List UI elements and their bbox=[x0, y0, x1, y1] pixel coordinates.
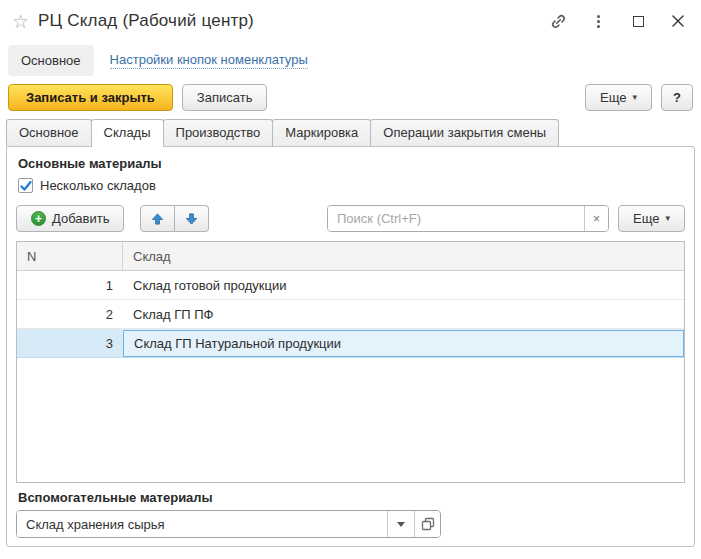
warehouses-table: N Склад 1 Склад готовой продукции 2 Скла… bbox=[16, 241, 685, 483]
chevron-down-icon: ▾ bbox=[665, 214, 670, 223]
checkbox-label: Несколько складов bbox=[40, 178, 156, 193]
combo-dropdown-button[interactable] bbox=[387, 511, 414, 537]
add-button[interactable]: + Добавить bbox=[16, 205, 124, 232]
nav-item-main[interactable]: Основное bbox=[8, 45, 94, 76]
tab-markirovka[interactable]: Маркировка bbox=[272, 119, 371, 146]
multiple-warehouses-checkbox[interactable]: Несколько складов bbox=[18, 178, 685, 193]
kebab-menu-icon[interactable] bbox=[589, 12, 607, 30]
tab-operacii-zakrytiya-smeny[interactable]: Операции закрытия смены bbox=[370, 119, 559, 146]
tab-content-panel: Основные материалы Несколько складов + Д… bbox=[6, 146, 695, 547]
chevron-down-icon: ▾ bbox=[632, 93, 637, 102]
aux-warehouse-combo bbox=[16, 510, 441, 538]
form-window: ☆ РЦ Склад (Рабочий центр) Основное Наст… bbox=[0, 0, 701, 559]
add-plus-icon: + bbox=[31, 211, 46, 226]
chevron-down-icon bbox=[397, 522, 405, 527]
arrow-up-icon bbox=[151, 212, 164, 226]
window-title: РЦ Склад (Рабочий центр) bbox=[38, 11, 254, 31]
more-button[interactable]: Еще ▾ bbox=[585, 84, 652, 111]
cell-row-number[interactable]: 2 bbox=[17, 300, 123, 328]
arrow-down-icon bbox=[185, 212, 198, 226]
table-header-row: N Склад bbox=[17, 242, 684, 271]
table-row[interactable]: 1 Склад готовой продукции bbox=[17, 271, 684, 300]
open-in-window-icon[interactable] bbox=[414, 511, 440, 537]
save-button[interactable]: Записать bbox=[182, 84, 268, 111]
save-and-close-button[interactable]: Записать и закрыть bbox=[8, 84, 173, 111]
table-empty-area bbox=[17, 358, 684, 482]
nav-link-button-settings[interactable]: Настройки кнопок номенклатуры bbox=[110, 52, 308, 69]
table-row[interactable]: 2 Склад ГП ПФ bbox=[17, 300, 684, 329]
aux-warehouse-input[interactable] bbox=[17, 511, 387, 537]
table-toolbar: + Добавить × Еще bbox=[16, 205, 685, 232]
column-header-sklad[interactable]: Склад bbox=[123, 242, 684, 270]
tab-proizvodstvo[interactable]: Производство bbox=[163, 119, 274, 146]
move-up-button[interactable] bbox=[140, 205, 175, 232]
section-title-aux-materials: Вспомогательные материалы bbox=[18, 490, 685, 505]
checkbox-check-icon bbox=[18, 178, 33, 193]
cell-row-number[interactable]: 1 bbox=[17, 271, 123, 299]
cell-warehouse-name[interactable]: Склад ГП ПФ bbox=[123, 300, 684, 328]
command-bar: Записать и закрыть Записать Еще ▾ ? bbox=[0, 78, 701, 116]
favorite-star-icon[interactable]: ☆ bbox=[12, 12, 29, 31]
search-box: × bbox=[327, 205, 609, 232]
tab-osnovnoe[interactable]: Основное bbox=[6, 119, 92, 146]
nav-strip: Основное Настройки кнопок номенклатуры bbox=[0, 42, 701, 78]
page-tabs: Основное Склады Производство Маркировка … bbox=[0, 119, 701, 146]
table-row-selected[interactable]: 3 Склад ГП Натуральной продукции bbox=[17, 329, 684, 358]
move-down-button[interactable] bbox=[175, 205, 209, 232]
cell-warehouse-name[interactable]: Склад готовой продукции bbox=[123, 271, 684, 299]
window-header: ☆ РЦ Склад (Рабочий центр) bbox=[0, 0, 701, 42]
close-icon[interactable] bbox=[669, 12, 687, 30]
column-header-n[interactable]: N bbox=[17, 242, 123, 270]
search-input[interactable] bbox=[328, 206, 584, 231]
search-clear-icon[interactable]: × bbox=[584, 206, 608, 231]
maximize-icon[interactable] bbox=[629, 12, 647, 30]
table-more-button[interactable]: Еще ▾ bbox=[618, 205, 685, 232]
cell-warehouse-name[interactable]: Склад ГП Натуральной продукции bbox=[123, 330, 684, 357]
link-icon[interactable] bbox=[549, 12, 567, 30]
help-button[interactable]: ? bbox=[661, 84, 693, 111]
section-title-main-materials: Основные материалы bbox=[18, 156, 685, 171]
tab-sklady[interactable]: Склады bbox=[91, 119, 164, 146]
cell-row-number[interactable]: 3 bbox=[17, 329, 123, 357]
